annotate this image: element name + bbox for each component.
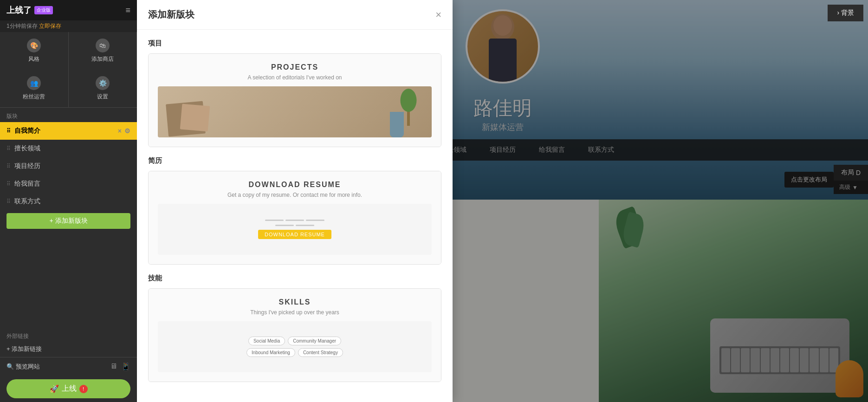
- block-item-self-intro[interactable]: ⠿ 自我简介 × ⚙: [0, 122, 137, 140]
- settings-icon-item[interactable]: ⚙️ 设置: [69, 70, 137, 107]
- block-label: 给我留言: [14, 180, 40, 188]
- external-section-title: 外部链接: [6, 332, 130, 340]
- template-card-projects[interactable]: PROJECTS A selection of editorials I've …: [148, 53, 441, 147]
- settings-icon-small[interactable]: ⚙: [124, 127, 130, 135]
- delete-icon[interactable]: ×: [118, 127, 122, 135]
- add-link-label: + 添加新链接: [6, 345, 42, 353]
- template-card-inner-resume: DOWNLOAD RESUME Get a copy of my resume.…: [149, 171, 441, 264]
- style-label: 风格: [28, 55, 39, 63]
- brand-name: 上线了: [6, 5, 32, 16]
- modal-header: 添加新版块 ×: [137, 0, 453, 30]
- resume-card-title: DOWNLOAD RESUME: [249, 181, 341, 189]
- block-item-skills[interactable]: ⠿ 擅长领域: [0, 140, 137, 157]
- block-item-projects[interactable]: ⠿ 项目经历: [0, 157, 137, 175]
- block-label: 项目经历: [14, 162, 40, 170]
- rocket-icon: 🚀: [50, 384, 59, 393]
- block-label: 擅长领域: [14, 144, 40, 153]
- settings-label: 设置: [97, 93, 108, 101]
- drag-icon: ⠿: [6, 145, 11, 152]
- projects-card-image: [158, 86, 432, 137]
- dash2: [285, 220, 304, 221]
- section-title-skills: 技能: [148, 274, 441, 283]
- block-item-actions: × ⚙: [118, 127, 130, 135]
- skills-card-image: Social Media Community Manager Inbound M…: [158, 321, 432, 372]
- search-icon: 🔍: [6, 363, 14, 370]
- fans-icon-item[interactable]: 👥 粉丝运营: [0, 70, 69, 107]
- modal-content[interactable]: 项目 PROJECTS A selection of editorials I'…: [137, 30, 453, 402]
- dash5: [296, 225, 314, 226]
- sidebar-footer: 🔍 预览网站 🖥 📱: [0, 357, 137, 376]
- brand-logo: 上线了 企业版: [6, 5, 53, 16]
- add-block-button[interactable]: + 添加新版块: [6, 213, 130, 229]
- save-info: 1分钟前保存: [6, 23, 38, 29]
- modal-overlay: 添加新版块 × 项目 PROJECTS A selection of edito…: [137, 0, 868, 402]
- block-item-message[interactable]: ⠿ 给我留言: [0, 175, 137, 193]
- launch-badge: !: [79, 385, 88, 393]
- style-icon-item[interactable]: 🎨 风格: [0, 32, 69, 70]
- save-now-link[interactable]: 立即保存: [39, 23, 61, 29]
- fans-icon: 👥: [27, 76, 41, 90]
- launch-label: 上线: [62, 384, 77, 394]
- resume-card-image: DOWNLOAD RESUME: [158, 204, 432, 255]
- resume-download-mock: DOWNLOAD RESUME: [258, 230, 331, 239]
- skills-tags-row2: Inbound Marketing Content Strategy: [246, 348, 343, 357]
- resume-card-subtitle: Get a copy of my resume. Or contact me f…: [227, 192, 362, 198]
- projects-card-title: PROJECTS: [271, 63, 318, 71]
- mobile-icon[interactable]: 📱: [121, 362, 130, 371]
- drag-icon: ⠿: [6, 181, 11, 187]
- template-card-skills[interactable]: SKILLS Things I've picked up over the ye…: [148, 288, 441, 382]
- resume-dashes: [265, 220, 324, 221]
- template-card-inner-projects: PROJECTS A selection of editorials I've …: [149, 54, 441, 147]
- skills-card-subtitle: Things I've picked up over the years: [250, 309, 339, 316]
- dash1: [265, 220, 284, 221]
- book-mock2: [180, 104, 210, 131]
- add-shop-icon-item[interactable]: 🛍 添加商店: [69, 32, 137, 70]
- settings-icon: ⚙️: [96, 76, 110, 90]
- vase-mock: [390, 112, 404, 137]
- blocks-section-title: 版块: [0, 108, 137, 122]
- preview-button[interactable]: 🔍 预览网站: [6, 363, 40, 371]
- section-title-projects: 项目: [148, 39, 441, 48]
- collapse-button[interactable]: ≡: [125, 6, 130, 15]
- sidebar-icon-grid: 🎨 风格 🛍 添加商店 👥 粉丝运营 ⚙️ 设置: [0, 32, 137, 108]
- preview-label: 预览网站: [16, 363, 40, 371]
- skills-mockup: Social Media Community Manager Inbound M…: [158, 321, 432, 372]
- add-block-modal: 添加新版块 × 项目 PROJECTS A selection of edito…: [137, 0, 453, 402]
- fans-label: 粉丝运营: [23, 93, 45, 101]
- main-area: › 背景 路佳明 新媒体运营 自我简介: [137, 0, 868, 402]
- block-label: 自我简介: [14, 127, 40, 135]
- enterprise-badge: 企业版: [34, 6, 53, 14]
- skill-tag-social: Social Media: [248, 337, 285, 345]
- block-list: ⠿ 自我简介 × ⚙ ⠿ 擅长领域 ⠿ 项目经历 ⠿ 给我留言 ⠿ 联系方式 +…: [0, 122, 137, 329]
- dash3: [306, 220, 324, 221]
- section-title-resume: 简历: [148, 156, 441, 165]
- skill-tag-inbound: Inbound Marketing: [246, 348, 295, 357]
- modal-close-button[interactable]: ×: [435, 10, 441, 20]
- device-icons: 🖥 📱: [110, 362, 130, 371]
- template-card-inner-skills: SKILLS Things I've picked up over the ye…: [149, 289, 441, 382]
- template-card-resume[interactable]: DOWNLOAD RESUME Get a copy of my resume.…: [148, 171, 441, 265]
- add-link-button[interactable]: + 添加新链接: [6, 343, 130, 355]
- projects-card-subtitle: A selection of editorials I've worked on: [247, 74, 342, 81]
- block-item-contact[interactable]: ⠿ 联系方式: [0, 193, 137, 210]
- skills-tags-row1: Social Media Community Manager: [248, 337, 341, 345]
- shop-icon: 🛍: [96, 39, 110, 52]
- resume-dashes2: [275, 225, 314, 226]
- skill-tag-content: Content Strategy: [298, 348, 343, 357]
- add-shop-label: 添加商店: [91, 55, 114, 63]
- skill-tag-community: Community Manager: [288, 337, 341, 345]
- drag-icon: ⠿: [6, 198, 11, 205]
- background-button-top[interactable]: › 背景: [828, 5, 863, 21]
- desktop-icon[interactable]: 🖥: [110, 362, 117, 371]
- dash4: [275, 225, 294, 226]
- save-bar: 1分钟前保存 立即保存: [0, 20, 137, 32]
- drag-icon: ⠿: [6, 163, 11, 169]
- resume-mockup: DOWNLOAD RESUME: [158, 204, 432, 255]
- launch-button[interactable]: 🚀 上线 !: [6, 379, 130, 398]
- external-section: 外部链接 + 添加新链接: [0, 329, 137, 357]
- sidebar-header: 上线了 企业版 ≡: [0, 0, 137, 20]
- drag-icon: ⠿: [6, 128, 11, 134]
- sidebar: 上线了 企业版 ≡ 1分钟前保存 立即保存 🎨 风格 🛍 添加商店 👥 粉丝运营…: [0, 0, 137, 402]
- modal-title: 添加新版块: [148, 8, 194, 21]
- style-icon: 🎨: [27, 39, 41, 52]
